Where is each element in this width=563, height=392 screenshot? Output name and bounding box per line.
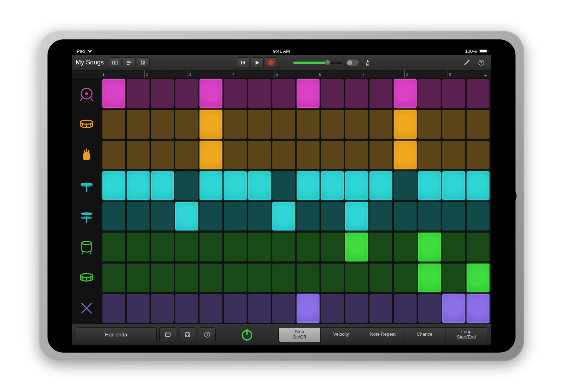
step-cell[interactable] — [297, 264, 320, 292]
step-cell[interactable] — [467, 110, 489, 138]
step-cell[interactable] — [127, 110, 150, 138]
step-cell[interactable] — [345, 294, 368, 323]
step-cell[interactable] — [102, 79, 125, 108]
step-cell[interactable] — [369, 79, 392, 108]
ruler-bar[interactable]: 3 — [188, 70, 231, 78]
step-cell[interactable] — [467, 171, 489, 200]
help-button[interactable] — [475, 57, 487, 68]
step-cell[interactable] — [321, 202, 344, 230]
step-cell[interactable] — [467, 264, 489, 292]
step-cell[interactable] — [418, 233, 441, 261]
volume-slider[interactable] — [293, 62, 342, 64]
step-cell[interactable] — [248, 202, 271, 230]
play-button[interactable] — [251, 57, 264, 68]
step-cell[interactable] — [127, 202, 150, 230]
mode-tab[interactable]: Step On/Off — [279, 328, 320, 342]
step-cell[interactable] — [418, 79, 441, 108]
step-cell[interactable] — [102, 264, 125, 292]
step-cell[interactable] — [442, 294, 465, 323]
ruler-bar[interactable]: 4 — [231, 70, 274, 78]
step-cell[interactable] — [102, 294, 125, 323]
step-cell[interactable] — [175, 141, 198, 169]
step-cell[interactable] — [127, 294, 150, 323]
step-cell[interactable] — [297, 171, 320, 200]
step-cell[interactable] — [345, 141, 368, 169]
step-cell[interactable] — [345, 233, 368, 261]
step-cell[interactable] — [248, 79, 271, 108]
step-cell[interactable] — [394, 264, 417, 292]
tom-mid-icon[interactable] — [72, 263, 101, 293]
step-cell[interactable] — [442, 79, 465, 108]
step-cell[interactable] — [321, 79, 344, 108]
step-cell[interactable] — [224, 202, 247, 230]
step-cell[interactable] — [394, 141, 417, 169]
step-cell[interactable] — [418, 110, 441, 138]
power-button[interactable] — [239, 327, 255, 343]
step-cell[interactable] — [200, 233, 222, 261]
step-cell[interactable] — [102, 202, 125, 230]
tom-low-icon[interactable] — [72, 232, 101, 262]
step-cell[interactable] — [175, 171, 198, 200]
step-cell[interactable] — [272, 171, 295, 200]
step-cell[interactable] — [345, 202, 368, 230]
ruler-bar[interactable]: 6 — [318, 70, 361, 78]
mode-tab[interactable]: Velocity — [320, 328, 362, 342]
step-cell[interactable] — [248, 264, 271, 292]
step-cell[interactable] — [200, 171, 222, 200]
ruler-bar[interactable]: 8 — [404, 70, 448, 78]
rewind-button[interactable] — [237, 57, 249, 68]
clap-icon[interactable] — [72, 140, 101, 170]
step-cell[interactable] — [467, 79, 489, 108]
step-cell[interactable] — [248, 110, 271, 138]
step-cell[interactable] — [102, 110, 125, 138]
step-cell[interactable] — [175, 294, 198, 323]
step-cell[interactable] — [224, 110, 247, 138]
mode-tab[interactable]: Chance — [404, 328, 445, 342]
step-cell[interactable] — [200, 110, 222, 138]
step-cell[interactable] — [224, 171, 247, 200]
step-cell[interactable] — [321, 141, 344, 169]
step-cell[interactable] — [248, 294, 271, 323]
mode-tab[interactable]: Loop Start/End — [445, 328, 487, 342]
settings-button[interactable] — [461, 57, 473, 68]
step-cell[interactable] — [175, 79, 198, 108]
step-cell[interactable] — [394, 110, 417, 138]
tracks-view-button[interactable] — [123, 57, 135, 68]
step-cell[interactable] — [418, 171, 441, 200]
step-cell[interactable] — [127, 264, 150, 292]
step-cell[interactable] — [297, 79, 320, 108]
step-cell[interactable] — [321, 294, 344, 323]
step-cell[interactable] — [272, 233, 295, 261]
step-cell[interactable] — [127, 171, 150, 200]
info-button[interactable] — [199, 327, 216, 342]
pattern-button[interactable] — [159, 327, 176, 342]
record-button[interactable] — [265, 57, 277, 68]
step-cell[interactable] — [418, 294, 441, 323]
step-cell[interactable] — [272, 202, 295, 230]
step-cell[interactable] — [102, 171, 125, 200]
ruler-bar[interactable]: 7 — [361, 70, 404, 78]
step-cell[interactable] — [394, 79, 417, 108]
step-cell[interactable] — [102, 233, 125, 261]
step-cell[interactable] — [102, 141, 125, 169]
step-cell[interactable] — [175, 110, 198, 138]
step-cell[interactable] — [248, 233, 271, 261]
step-cell[interactable] — [248, 171, 271, 200]
step-cell[interactable] — [151, 264, 174, 292]
step-cell[interactable] — [321, 110, 344, 138]
step-cell[interactable] — [394, 294, 417, 323]
step-cell[interactable] — [442, 141, 465, 169]
step-cell[interactable] — [175, 233, 198, 261]
step-cell[interactable] — [394, 202, 417, 230]
step-cell[interactable] — [321, 233, 344, 261]
ruler-bar[interactable]: 5 — [274, 70, 317, 78]
step-cell[interactable] — [272, 294, 295, 323]
step-cell[interactable] — [200, 79, 222, 108]
step-cell[interactable] — [151, 171, 174, 200]
step-cell[interactable] — [369, 233, 392, 261]
step-cell[interactable] — [369, 171, 392, 200]
step-cell[interactable] — [297, 141, 320, 169]
step-cell[interactable] — [127, 141, 150, 169]
step-cell[interactable] — [369, 294, 392, 323]
step-cell[interactable] — [467, 233, 489, 261]
